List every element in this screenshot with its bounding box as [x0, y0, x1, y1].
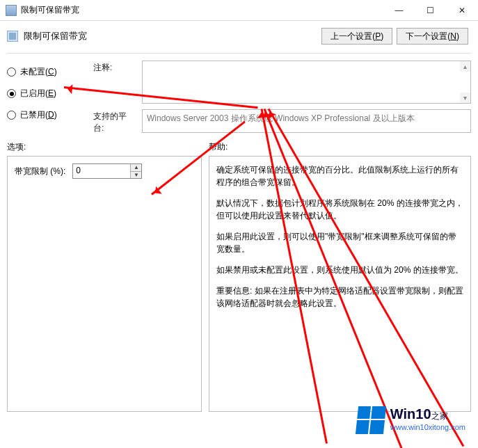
help-paragraph: 默认情况下，数据包计划程序将系统限制在 20% 的连接带宽之内，但可以使用此设置… — [216, 197, 463, 222]
options-panel: 带宽限制 (%): 0 ▲ ▼ — [7, 156, 202, 412]
radio-not-configured[interactable]: 未配置(C) — [7, 66, 83, 78]
radio-label: 已启用(E) — [20, 88, 56, 99]
radio-icon — [7, 111, 16, 120]
divider — [7, 53, 471, 54]
radio-icon — [7, 89, 16, 98]
help-paragraph: 如果禁用或未配置此设置，则系统使用默认值为 20% 的连接带宽。 — [216, 264, 463, 276]
scroll-down-icon[interactable]: ▾ — [460, 93, 470, 103]
radio-label: 已禁用(D) — [20, 109, 57, 121]
help-heading: 帮助: — [209, 141, 228, 153]
platform-text: Windows Server 2003 操作系统或 Windows XP Pro… — [142, 109, 471, 133]
radio-icon — [7, 67, 16, 77]
close-button[interactable]: ✕ — [446, 0, 478, 20]
spinner-up-icon[interactable]: ▲ — [131, 164, 141, 171]
bandwidth-limit-label: 带宽限制 (%): — [15, 166, 65, 177]
policy-title: 限制可保留带宽 — [24, 30, 316, 42]
titlebar: 限制可保留带宽 — ☐ ✕ — [0, 0, 478, 21]
help-panel: 确定系统可保留的连接带宽的百分比。此值限制系统上运行的所有程序的组合带宽保留。 … — [209, 156, 471, 412]
help-paragraph: 如果启用此设置，则可以使用"带宽限制"框来调整系统可保留的带宽数量。 — [216, 230, 463, 255]
comment-label: 注释: — [93, 61, 135, 74]
comment-textarea[interactable]: ▴ ▾ — [142, 61, 471, 104]
options-heading: 选项: — [7, 141, 195, 153]
prev-setting-button[interactable]: 上一个设置(P) — [321, 28, 392, 45]
radio-enabled[interactable]: 已启用(E) — [7, 88, 83, 99]
policy-icon — [7, 31, 18, 42]
window-title: 限制可保留带宽 — [21, 4, 383, 16]
bandwidth-limit-input[interactable]: 0 ▲ ▼ — [72, 163, 142, 179]
maximize-button[interactable]: ☐ — [415, 0, 446, 20]
scroll-up-icon[interactable]: ▴ — [460, 61, 470, 72]
radio-disabled[interactable]: 已禁用(D) — [7, 109, 83, 121]
next-setting-button[interactable]: 下一个设置(N) — [397, 28, 468, 45]
bandwidth-limit-value[interactable]: 0 — [73, 164, 130, 178]
spinner-down-icon[interactable]: ▼ — [131, 171, 141, 179]
app-icon — [6, 5, 17, 16]
help-paragraph: 重要信息: 如果在注册表中为特定网络适配器设置带宽限制，则配置该网络适配器时就会… — [216, 285, 463, 310]
help-paragraph: 确定系统可保留的连接带宽的百分比。此值限制系统上运行的所有程序的组合带宽保留。 — [216, 163, 463, 189]
platform-label: 支持的平台: — [93, 109, 135, 134]
subheader: 限制可保留带宽 上一个设置(P) 下一个设置(N) — [0, 21, 478, 50]
radio-label: 未配置(C) — [20, 66, 57, 78]
minimize-button[interactable]: — — [383, 0, 415, 20]
